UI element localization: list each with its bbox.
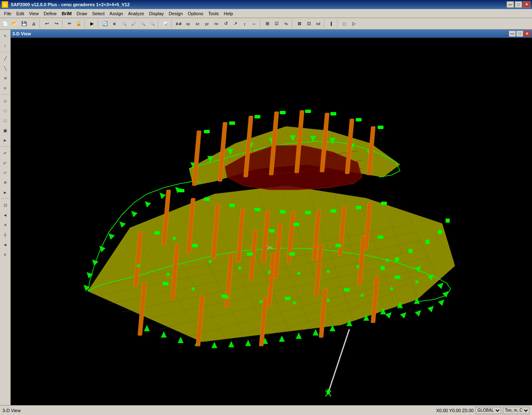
lt-cross2[interactable]: ✕: [1, 220, 10, 229]
tb-open[interactable]: 📂: [10, 19, 19, 28]
view-maximize[interactable]: □: [516, 31, 523, 37]
close-button[interactable]: ✕: [523, 1, 530, 8]
main-area: ↖ ↕ ╱ ╲ ✕ ≡ ◇ □ □ ▣ ► aⁿ pˢ cⁿ ⊕ ► ⊡ ◄ ✕…: [0, 30, 532, 405]
maximize-button[interactable]: □: [515, 1, 522, 8]
lt-back2[interactable]: ◄: [1, 240, 10, 249]
menu-draw[interactable]: Draw: [74, 10, 90, 17]
lt-draw-area[interactable]: ◇: [1, 96, 10, 105]
tb-yz[interactable]: yz: [202, 19, 211, 28]
svg-rect-148: [438, 230, 442, 234]
lt-back[interactable]: ◄: [1, 210, 10, 219]
svg-rect-127: [381, 202, 387, 205]
menu-options[interactable]: Options: [185, 10, 206, 17]
menu-assign[interactable]: Assign: [107, 10, 126, 17]
lt-expand2[interactable]: ►: [1, 188, 10, 197]
svg-point-156: [297, 272, 300, 275]
svg-point-157: [327, 270, 330, 273]
tb-grid-ruler[interactable]: ⊡: [304, 19, 313, 28]
menu-display[interactable]: Display: [147, 10, 166, 17]
lt-draw-grid[interactable]: ≡: [1, 83, 10, 92]
tb-zoom-prev[interactable]: 🔍: [148, 19, 157, 28]
lt-pointer[interactable]: ↖: [1, 31, 10, 40]
view-minimize[interactable]: —: [509, 31, 516, 37]
lt-draw-line[interactable]: ╱: [1, 54, 10, 63]
menu-select[interactable]: Select: [89, 10, 107, 17]
svg-rect-123: [280, 210, 286, 213]
svg-point-169: [166, 272, 170, 276]
lt-viewport[interactable]: ⊡: [1, 201, 10, 210]
coordinate-system-select[interactable]: GLOBAL LOCAL: [475, 407, 501, 414]
tb-pan-down[interactable]: ↕: [240, 19, 249, 28]
title-controls[interactable]: — □ ✕: [507, 1, 530, 8]
svg-rect-118: [378, 126, 383, 129]
lt-label-p[interactable]: pˢ: [1, 158, 10, 167]
lt-expand[interactable]: ►: [1, 136, 10, 145]
lt-label-a[interactable]: aⁿ: [1, 148, 10, 157]
tb-box[interactable]: □: [340, 19, 349, 28]
minimize-button[interactable]: —: [507, 1, 514, 8]
lt-draw-dot[interactable]: ▣: [1, 126, 10, 135]
tb-snap-grid[interactable]: ⊞: [263, 19, 272, 28]
lt-draw-rect[interactable]: □: [1, 106, 10, 115]
menu-file[interactable]: File: [2, 10, 14, 17]
tb-3d[interactable]: 3-d: [174, 19, 183, 28]
tb-new[interactable]: 📄: [1, 19, 10, 28]
tb-insert[interactable]: I: [327, 19, 336, 28]
menu-help[interactable]: Help: [221, 10, 236, 17]
svg-rect-132: [335, 244, 341, 247]
tb-lock[interactable]: 🔒: [74, 19, 83, 28]
tb-rotate[interactable]: ↺: [221, 19, 230, 28]
tb-percent[interactable]: %: [282, 19, 291, 28]
tb-nv[interactable]: nv: [212, 19, 221, 28]
lt-label-c[interactable]: cⁿ: [1, 168, 10, 177]
menu-view[interactable]: View: [27, 10, 41, 17]
canvas-3d[interactable]: [11, 38, 532, 405]
lt-label-plus[interactable]: ⊕: [1, 178, 10, 187]
tb-pan-up[interactable]: ↗: [231, 19, 240, 28]
tb-play[interactable]: ▷: [349, 19, 358, 28]
svg-rect-124: [305, 211, 311, 214]
svg-rect-128: [154, 231, 160, 235]
tb-rulers[interactable]: ⊠: [295, 19, 304, 28]
lt-grid2[interactable]: ≡: [1, 250, 10, 259]
svg-rect-149: [425, 240, 429, 244]
lt-draw-frame[interactable]: ╲: [1, 64, 10, 73]
menu-design[interactable]: Design: [166, 10, 185, 17]
tb-zoom-refresh[interactable]: 🔄: [101, 19, 110, 28]
svg-rect-119: [179, 189, 184, 192]
menu-bar: File Edit View Define BrIM Draw Select A…: [0, 9, 532, 18]
status-view-label: 3-D View: [2, 408, 21, 413]
tb-rubber-band[interactable]: 📊: [161, 19, 170, 28]
units-select[interactable]: Ton, m, C kN, m, C kip, ft, F: [503, 407, 530, 414]
lt-draw-filled[interactable]: □: [1, 116, 10, 125]
menu-tools[interactable]: Tools: [206, 10, 221, 17]
svg-rect-112: [229, 121, 235, 124]
tb-redo[interactable]: ↪: [52, 19, 61, 28]
tb-snap-check[interactable]: ☑: [272, 19, 281, 28]
menu-analyze[interactable]: Analyze: [126, 10, 147, 17]
tb-zoom-out[interactable]: 🔍: [138, 19, 147, 28]
tb-xz[interactable]: xz: [193, 19, 202, 28]
tb-run[interactable]: ▶: [87, 19, 96, 28]
view-controls[interactable]: — □ ✕: [509, 31, 530, 37]
tb-print[interactable]: 🖨: [29, 19, 38, 28]
menu-define[interactable]: Define: [41, 10, 59, 17]
tb-zoom-fit[interactable]: ⊕: [110, 19, 119, 28]
lt-select-move[interactable]: ↕: [1, 41, 10, 50]
tb-undo[interactable]: ↩: [42, 19, 51, 28]
menu-brim[interactable]: BrIM: [59, 10, 74, 17]
tb-xy[interactable]: xy: [183, 19, 193, 28]
coordinates-display: X0.00 Y0.00 Z0.00: [436, 408, 474, 413]
tb-nd[interactable]: nd: [314, 19, 323, 28]
lt-center[interactable]: ┼: [1, 230, 10, 239]
menu-edit[interactable]: Edit: [14, 10, 27, 17]
view-close[interactable]: ✕: [524, 31, 530, 37]
tb-pan-right[interactable]: ↔: [250, 19, 259, 28]
view-titlebar: 3-D View — □ ✕: [11, 30, 532, 38]
svg-rect-111: [204, 130, 210, 133]
lt-draw-cross[interactable]: ✕: [1, 74, 10, 83]
tb-zoom-in[interactable]: 🔎: [129, 19, 138, 28]
tb-save[interactable]: 💾: [20, 19, 29, 28]
tb-draw-pointer[interactable]: ✏: [65, 19, 74, 28]
tb-zoom-window[interactable]: 🔍: [119, 19, 128, 28]
